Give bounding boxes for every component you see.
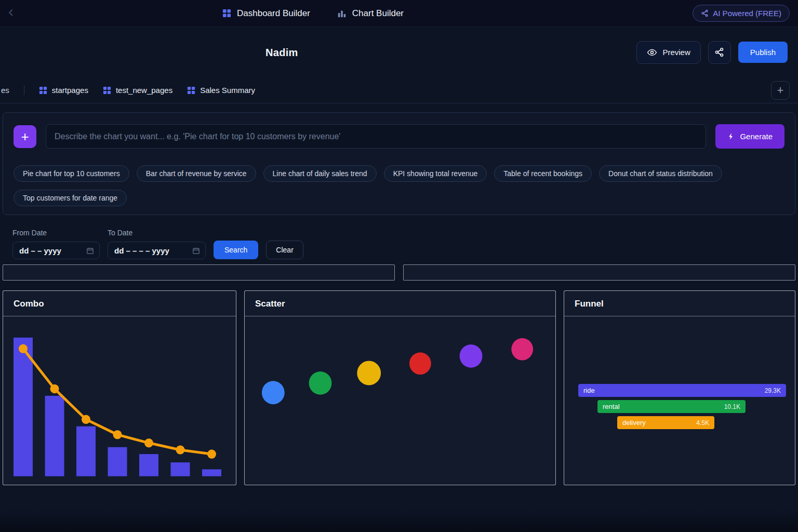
grid-icon — [222, 9, 231, 18]
suggestion-pill[interactable]: Table of recent bookings — [494, 165, 592, 182]
funnel-chart-body: ride 29.3K rental 10.1K delivery 4.5K — [564, 316, 795, 485]
scatter-chart-card[interactable]: Scatter — [244, 290, 556, 485]
combo-chart-canvas — [3, 316, 236, 485]
suggestion-pill[interactable]: Bar chart of revenue by service — [137, 165, 256, 182]
from-date-group: From Date dd – – yyyy — [12, 229, 100, 259]
page-tabbar: es startpages test_new_pages Sales Summa… — [0, 77, 798, 103]
from-date-input[interactable]: dd – – yyyy — [12, 242, 100, 259]
suggestion-pill[interactable]: KPI showing total revenue — [384, 165, 487, 182]
generate-button[interactable]: Generate — [715, 124, 784, 149]
scatter-chart-body — [245, 316, 555, 485]
funnel-bar-delivery[interactable]: delivery 4.5K — [617, 416, 714, 429]
topbar-mode-tabs: Dashboard Builder Chart Builder — [222, 0, 404, 26]
lightning-icon — [727, 132, 735, 140]
scatter-chart-title: Scatter — [245, 291, 555, 316]
clear-button[interactable]: Clear — [266, 241, 303, 259]
funnel-bar-ride[interactable]: ride 29.3K — [578, 384, 786, 397]
page-title: Nadim — [265, 46, 298, 58]
share-button[interactable] — [708, 41, 731, 64]
add-chart-button[interactable]: + — [14, 125, 36, 148]
funnel-bar-label: delivery — [622, 419, 646, 427]
grid-icon — [103, 86, 111, 95]
tab-test-new-pages[interactable]: test_new_pages — [103, 86, 172, 95]
tab-chart-builder[interactable]: Chart Builder — [337, 8, 404, 19]
funnel-bar-value: 4.5K — [696, 419, 709, 427]
share-sparkle-icon — [701, 9, 709, 17]
funnel-bar-value: 10.1K — [724, 403, 740, 410]
calendar-icon[interactable] — [192, 247, 200, 255]
suggestion-pill[interactable]: Pie chart for top 10 customers — [14, 165, 129, 182]
funnel-bar-rental[interactable]: rental 10.1K — [597, 400, 746, 413]
grid-icon — [39, 86, 47, 95]
to-date-value: dd – – – – yyyy — [114, 246, 169, 255]
tab-label: Dashboard Builder — [237, 8, 310, 19]
header: Nadim Preview Publish — [0, 27, 798, 77]
combo-chart-card[interactable]: Combo — [3, 290, 236, 485]
funnel-chart-card[interactable]: Funnel ride 29.3K rental 10.1K delivery … — [564, 290, 795, 485]
tab-divider — [24, 86, 24, 95]
ai-input-row: + Generate — [14, 124, 784, 149]
bottom-bar — [0, 509, 798, 532]
combo-chart-title: Combo — [3, 291, 236, 316]
topbar: ‹ Dashboard Builder Chart Builder AI Pow… — [0, 0, 798, 27]
to-date-input[interactable]: dd – – – – yyyy — [108, 242, 206, 259]
preview-button[interactable]: Preview — [636, 41, 700, 64]
partial-tab-label[interactable]: es — [1, 86, 9, 95]
suggestion-pill[interactable]: Donut chart of status distribution — [599, 165, 722, 182]
grid-icon — [187, 86, 195, 95]
generate-label: Generate — [740, 132, 773, 141]
tab-dashboard-builder[interactable]: Dashboard Builder — [222, 8, 310, 19]
funnel-bar-label: ride — [583, 387, 595, 394]
combo-chart-body — [3, 316, 236, 485]
calendar-icon[interactable] — [86, 247, 94, 255]
add-tab-button[interactable]: + — [771, 81, 790, 100]
chart-widgets-row: Combo Scatter Funnel ride 29.3K rental 1… — [3, 290, 795, 485]
ai-powered-badge[interactable]: AI Powered (FREE) — [693, 5, 790, 22]
preview-label: Preview — [662, 48, 690, 57]
funnel-bar-value: 29.3K — [765, 387, 781, 394]
funnel-chart-title: Funnel — [564, 291, 795, 316]
suggestion-pills: Pie chart for top 10 customers Bar chart… — [14, 165, 784, 206]
tab-startpages[interactable]: startpages — [39, 86, 88, 95]
header-actions: Preview Publish — [636, 41, 788, 64]
tab-label: test_new_pages — [116, 86, 172, 95]
publish-button[interactable]: Publish — [738, 42, 788, 63]
clipped-widget-left[interactable] — [3, 264, 395, 281]
ai-badge-label: AI Powered (FREE) — [713, 9, 781, 18]
clipped-widget-row — [3, 264, 795, 281]
suggestion-pill[interactable]: Line chart of daily sales trend — [263, 165, 377, 182]
from-date-value: dd – – yyyy — [19, 246, 61, 255]
funnel-bar-label: rental — [603, 403, 620, 410]
ai-chart-builder-card: + Generate Pie chart for top 10 customer… — [3, 112, 795, 215]
search-button[interactable]: Search — [214, 241, 258, 259]
eye-icon — [647, 47, 657, 58]
chart-description-input[interactable] — [46, 124, 706, 149]
date-filter: From Date dd – – yyyy To Date dd – – – –… — [0, 215, 798, 259]
from-date-label: From Date — [12, 229, 100, 237]
tab-label: startpages — [52, 86, 88, 95]
tab-sales-summary[interactable]: Sales Summary — [187, 86, 255, 95]
tab-label: Sales Summary — [200, 86, 255, 95]
scatter-chart-canvas — [245, 316, 555, 485]
tab-label: Chart Builder — [352, 8, 404, 19]
to-date-label: To Date — [108, 229, 206, 237]
to-date-group: To Date dd – – – – yyyy — [108, 229, 206, 259]
share-icon — [714, 47, 724, 57]
clipped-widget-right[interactable] — [403, 264, 795, 281]
suggestion-pill[interactable]: Top customers for date range — [14, 190, 127, 206]
bar-chart-icon — [337, 9, 347, 18]
